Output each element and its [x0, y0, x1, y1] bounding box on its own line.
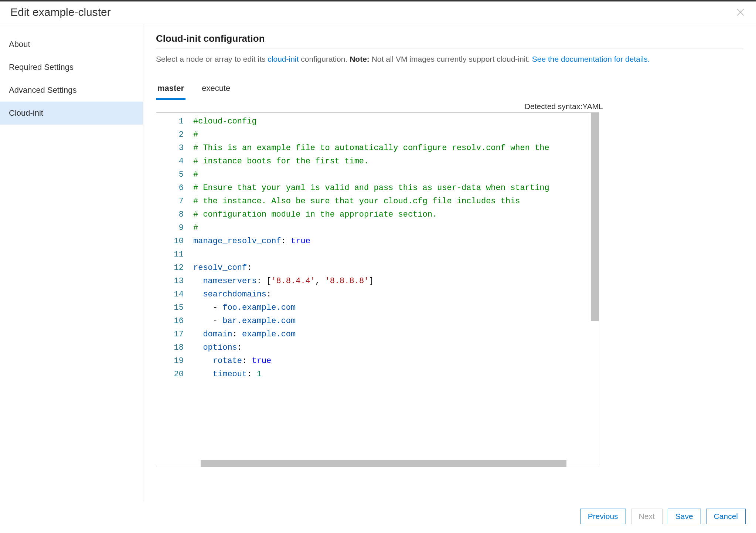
dialog-footer: Previous Next Save Cancel [0, 502, 756, 533]
subtext-note-body: Not all VM images currently support clou… [370, 55, 532, 63]
next-button: Next [631, 509, 663, 524]
sidebar-item-about[interactable]: About [0, 33, 143, 56]
tab-execute[interactable]: execute [200, 81, 232, 100]
sidebar: About Required Settings Advanced Setting… [0, 24, 143, 502]
save-button[interactable]: Save [668, 509, 701, 524]
tab-master[interactable]: master [156, 81, 185, 100]
sidebar-item-required-settings[interactable]: Required Settings [0, 56, 143, 79]
syntax-label: Detected syntax: [525, 102, 582, 111]
dialog-body: About Required Settings Advanced Setting… [0, 24, 756, 502]
main-panel: Cloud-init configuration Select a node o… [143, 24, 756, 502]
subtext-note-label: Note: [350, 55, 370, 63]
subtext-prefix: Select a node or array to edit its [156, 55, 268, 63]
dialog-header: Edit example-cluster [0, 1, 756, 24]
cancel-button[interactable]: Cancel [706, 509, 746, 524]
node-tabs: master execute [156, 81, 743, 100]
editor-container: 1234567891011121314151617181920 #cloud-c… [156, 112, 599, 467]
editor-vertical-scrollbar[interactable] [591, 113, 599, 321]
editor-code-area[interactable]: #cloud-config## This is an example file … [190, 113, 599, 467]
edit-cluster-dialog: Edit example-cluster About Required Sett… [0, 0, 756, 533]
dialog-title: Edit example-cluster [10, 6, 111, 18]
code-editor[interactable]: 1234567891011121314151617181920 #cloud-c… [156, 112, 599, 467]
syntax-value: YAML [582, 102, 603, 111]
section-title: Cloud-init configuration [156, 33, 743, 48]
subtext-mid: configuration. [299, 55, 350, 63]
syntax-row: Detected syntax: YAML [156, 100, 743, 112]
section-subtext: Select a node or array to edit its cloud… [156, 48, 743, 67]
previous-button[interactable]: Previous [580, 509, 626, 524]
cloud-init-link[interactable]: cloud-init [268, 55, 299, 63]
close-icon[interactable] [735, 7, 746, 17]
editor-horizontal-scrollbar[interactable] [201, 460, 566, 467]
editor-gutter: 1234567891011121314151617181920 [156, 113, 190, 467]
sidebar-item-cloud-init[interactable]: Cloud-init [0, 102, 143, 125]
sidebar-item-advanced-settings[interactable]: Advanced Settings [0, 79, 143, 102]
documentation-link[interactable]: See the documentation for details. [532, 55, 650, 63]
